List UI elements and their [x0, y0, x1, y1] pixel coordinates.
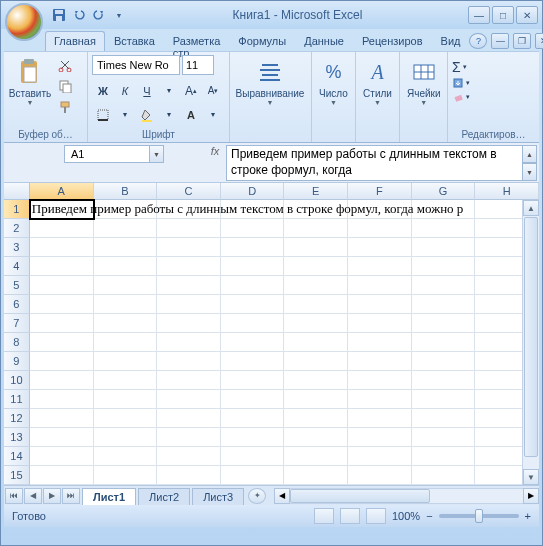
increase-font-icon[interactable]: A▴: [180, 80, 202, 101]
cell[interactable]: [30, 314, 94, 333]
borders-dropdown-icon[interactable]: ▾: [114, 104, 136, 125]
maximize-button[interactable]: □: [492, 6, 514, 24]
cell[interactable]: [157, 219, 221, 238]
row-header[interactable]: 9: [4, 352, 30, 371]
new-sheet-icon[interactable]: ✦: [248, 488, 266, 504]
cell[interactable]: [94, 352, 158, 371]
column-header[interactable]: A: [30, 183, 94, 200]
row-header[interactable]: 10: [4, 371, 30, 390]
sheet-nav-next-icon[interactable]: ▶: [43, 488, 61, 504]
fontcolor-dropdown-icon[interactable]: ▾: [202, 104, 224, 125]
row-header[interactable]: 5: [4, 276, 30, 295]
cell[interactable]: [221, 352, 285, 371]
fx-icon[interactable]: fx: [204, 145, 226, 157]
horizontal-scrollbar[interactable]: ◀ ▶: [274, 488, 539, 504]
namebox-dropdown-icon[interactable]: ▼: [150, 145, 164, 163]
fill-color-icon[interactable]: [136, 104, 158, 125]
scroll-right-icon[interactable]: ▶: [523, 488, 539, 504]
cell[interactable]: [412, 295, 476, 314]
row-header[interactable]: 11: [4, 390, 30, 409]
cell[interactable]: [30, 276, 94, 295]
zoom-in-icon[interactable]: +: [525, 510, 531, 522]
scroll-down-icon[interactable]: ▼: [523, 469, 539, 485]
qat-dropdown-icon[interactable]: ▼: [111, 7, 127, 23]
view-pagebreak-icon[interactable]: [366, 508, 386, 524]
worksheet-grid[interactable]: A B C D E F G H 1Приведем пример работы …: [4, 183, 539, 485]
decrease-font-icon[interactable]: A▾: [202, 80, 224, 101]
cell[interactable]: [157, 447, 221, 466]
cell[interactable]: [348, 409, 412, 428]
cell[interactable]: [284, 409, 348, 428]
font-color-icon[interactable]: A: [180, 104, 202, 125]
cell[interactable]: [412, 238, 476, 257]
cell[interactable]: [30, 352, 94, 371]
font-name-select[interactable]: [92, 55, 180, 75]
cell[interactable]: [412, 314, 476, 333]
cell[interactable]: [348, 295, 412, 314]
cell[interactable]: [412, 466, 476, 485]
help-icon[interactable]: ?: [469, 33, 487, 49]
column-header[interactable]: F: [348, 183, 412, 200]
zoom-level[interactable]: 100%: [392, 510, 420, 522]
sheet-nav-first-icon[interactable]: ⏮: [5, 488, 23, 504]
underline-button[interactable]: Ч: [136, 80, 158, 101]
cells-button[interactable]: Ячейки ▼: [404, 55, 444, 142]
tab-view[interactable]: Вид: [432, 31, 470, 51]
cell[interactable]: [284, 428, 348, 447]
cell[interactable]: [157, 333, 221, 352]
cell[interactable]: [157, 428, 221, 447]
cell[interactable]: [412, 447, 476, 466]
redo-icon[interactable]: [91, 7, 107, 23]
cell[interactable]: [284, 219, 348, 238]
cell[interactable]: [157, 238, 221, 257]
sheet-nav-prev-icon[interactable]: ◀: [24, 488, 42, 504]
borders-icon[interactable]: [92, 104, 114, 125]
save-icon[interactable]: [51, 7, 67, 23]
alignment-button[interactable]: Выравнивание ▼: [234, 55, 306, 142]
formula-bar[interactable]: Приведем пример работы с длинным текстом…: [226, 145, 523, 181]
cell[interactable]: [30, 466, 94, 485]
cell[interactable]: [348, 276, 412, 295]
cell[interactable]: [412, 219, 476, 238]
cell[interactable]: [348, 466, 412, 485]
cell[interactable]: [348, 238, 412, 257]
styles-button[interactable]: A Стили ▼: [360, 55, 395, 142]
cell[interactable]: [94, 466, 158, 485]
hscroll-thumb[interactable]: [290, 489, 430, 503]
cell[interactable]: [348, 257, 412, 276]
doc-restore-button[interactable]: ❐: [513, 33, 531, 49]
cell[interactable]: [221, 428, 285, 447]
cell[interactable]: Приведем пример работы с длинным текстом…: [30, 200, 94, 219]
formula-expand-icon[interactable]: ▲: [523, 145, 537, 163]
autosum-icon[interactable]: Σ: [452, 59, 461, 75]
cell[interactable]: [94, 257, 158, 276]
cell[interactable]: [348, 390, 412, 409]
cell[interactable]: [348, 314, 412, 333]
cell[interactable]: [221, 257, 285, 276]
fill-down-icon[interactable]: [452, 77, 464, 89]
column-header[interactable]: H: [475, 183, 539, 200]
cell[interactable]: [348, 333, 412, 352]
cell[interactable]: [94, 295, 158, 314]
select-all-corner[interactable]: [4, 183, 30, 200]
fill-dropdown-icon[interactable]: ▾: [158, 104, 180, 125]
cell[interactable]: [30, 333, 94, 352]
row-header[interactable]: 1: [4, 200, 30, 219]
copy-icon[interactable]: [55, 76, 75, 96]
italic-button[interactable]: К: [114, 80, 136, 101]
cell[interactable]: [221, 276, 285, 295]
scroll-up-icon[interactable]: ▲: [523, 200, 539, 216]
column-header[interactable]: D: [221, 183, 285, 200]
row-header[interactable]: 6: [4, 295, 30, 314]
cell[interactable]: [221, 314, 285, 333]
undo-icon[interactable]: [71, 7, 87, 23]
cell[interactable]: [30, 295, 94, 314]
number-button[interactable]: % Число ▼: [316, 55, 351, 142]
cell[interactable]: [412, 390, 476, 409]
cell[interactable]: [221, 333, 285, 352]
cell[interactable]: [157, 276, 221, 295]
cell[interactable]: [94, 390, 158, 409]
vertical-scrollbar[interactable]: ▲ ▼: [522, 200, 539, 485]
view-normal-icon[interactable]: [314, 508, 334, 524]
row-header[interactable]: 2: [4, 219, 30, 238]
